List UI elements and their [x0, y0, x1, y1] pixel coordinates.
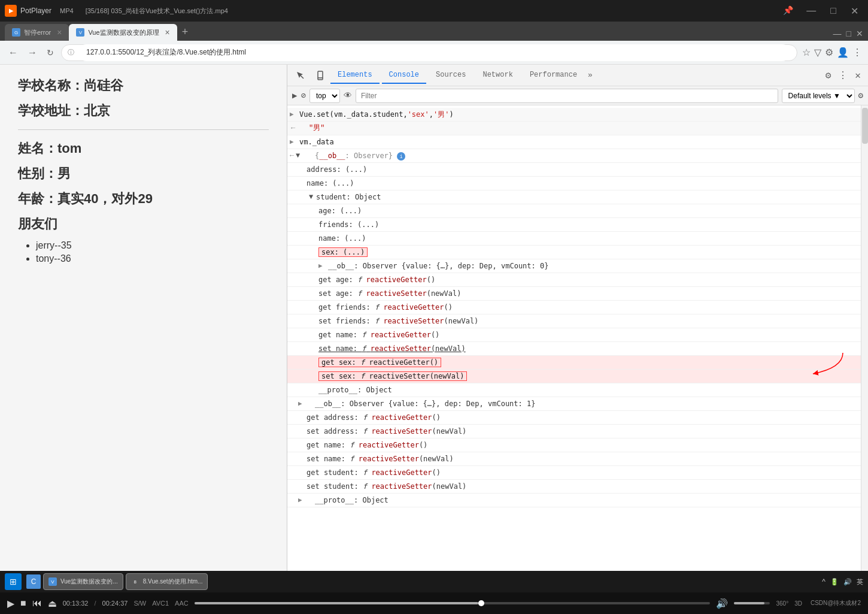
- context-select[interactable]: top: [309, 89, 340, 103]
- left-arrow: ←: [291, 123, 295, 134]
- divider: [18, 129, 269, 130]
- console-line: set name: f reactiveSetter(newVal): [287, 452, 861, 466]
- tray-lang[interactable]: 英: [857, 577, 863, 586]
- start-button[interactable]: ⊞: [5, 573, 22, 590]
- tab-console[interactable]: Console: [382, 67, 426, 84]
- console-run-btn[interactable]: ▶: [292, 90, 297, 101]
- console-line: get name: f reactiveGetter(): [287, 328, 861, 342]
- expand-arrow[interactable]: ▼: [296, 150, 300, 161]
- line-text: set sex: f reactiveSetter(newVal): [318, 371, 467, 382]
- expand-arrow[interactable]: ▼: [309, 192, 313, 202]
- console-clear-btn[interactable]: ⊘: [301, 90, 305, 101]
- console-line: set friends: f reactiveSetter(newVal): [287, 314, 861, 328]
- expand-icon[interactable]: ▶: [318, 261, 323, 271]
- console-line: set student: f reactiveSetter(newVal): [287, 480, 861, 494]
- scrollbar-thumb[interactable]: [862, 108, 868, 144]
- person-icon[interactable]: 👤: [837, 47, 849, 58]
- filter-input[interactable]: [356, 89, 778, 103]
- tray-battery-icon[interactable]: 🔋: [830, 578, 839, 586]
- devtools-more-icon[interactable]: ⋮: [836, 67, 850, 84]
- puzzle-icon[interactable]: ⚙: [825, 47, 833, 58]
- console-line-set-sex: set sex: f reactiveSetter(newVal): [287, 370, 861, 383]
- taskbar-chrome-icon[interactable]: C: [26, 574, 41, 589]
- reload-btn[interactable]: ↻: [44, 46, 56, 60]
- inspect-icon[interactable]: [292, 67, 309, 84]
- line-text: vm._data: [299, 137, 334, 147]
- line-text: address: (...): [306, 164, 367, 175]
- line-text: get name: f reactiveGetter(): [306, 440, 427, 450]
- console-toolbar: ▶ ⊘ top 👁 Default levels ▼ ⚙: [287, 86, 868, 105]
- tab-performance[interactable]: Performance: [523, 67, 584, 84]
- forward-btn[interactable]: →: [25, 45, 40, 61]
- restore-btn[interactable]: □: [825, 4, 841, 18]
- volume-icon[interactable]: 🔊: [716, 598, 728, 609]
- devtools-close-btn[interactable]: ✕: [852, 67, 863, 84]
- console-line: ▶ __ob__: Observer {value: {…}, dep: Dep…: [287, 259, 861, 273]
- eye-icon[interactable]: 👁: [344, 91, 352, 101]
- devtools-settings-icon[interactable]: ⚙: [823, 67, 834, 84]
- more-tabs-btn[interactable]: »: [588, 71, 593, 80]
- browser-restore[interactable]: □: [846, 29, 851, 38]
- line-text: __ob__: Observer {value: {…}, dep: Dep, …: [306, 398, 535, 409]
- close-btn[interactable]: ✕: [846, 4, 863, 18]
- prev-icon[interactable]: ⏮: [32, 598, 42, 609]
- sex-getter-setter-group: get sex: f reactiveGetter() set sex: f r…: [287, 356, 861, 383]
- pin-icon[interactable]: 📌: [779, 4, 797, 18]
- media-progress-bar[interactable]: [195, 602, 711, 604]
- tab2-close[interactable]: ×: [165, 28, 170, 37]
- level-select[interactable]: Default levels ▼: [782, 89, 855, 103]
- address-input[interactable]: [78, 44, 791, 61]
- expand-icon[interactable]: ▶: [290, 109, 294, 120]
- media-progress-thumb[interactable]: [478, 600, 484, 606]
- line-text: age: (...): [318, 205, 362, 216]
- stop-icon[interactable]: ■: [20, 598, 26, 609]
- expand-icon[interactable]: ▶: [290, 137, 294, 147]
- console-line: name: (...): [287, 177, 861, 190]
- tab-1[interactable]: G 智停error ×: [5, 24, 69, 41]
- expand-icon[interactable]: ▶: [298, 495, 302, 506]
- address-field-container[interactable]: ⓘ: [61, 44, 797, 61]
- mobile-icon[interactable]: [311, 67, 328, 84]
- tray-volume-icon[interactable]: 🔊: [843, 578, 852, 586]
- line-text: __proto__: Object: [318, 385, 392, 395]
- line-text: get age: f reactiveGetter(): [318, 274, 435, 285]
- taskbar-item-2[interactable]: 8 8.Vue.set的使用.htm...: [126, 573, 208, 590]
- tab-2[interactable]: V Vue监测数据改变的原理 ×: [69, 24, 177, 41]
- bookmark-icon[interactable]: ☆: [802, 47, 811, 58]
- taskbar-item-1[interactable]: V Vue监测数据改变的...: [43, 573, 123, 590]
- console-line: set address: f reactiveSetter(newVal): [287, 425, 861, 438]
- console-scrollbar[interactable]: [861, 105, 868, 571]
- age-field: 年龄：真实40，对外29: [18, 190, 269, 208]
- codec-sw: S/W: [133, 600, 146, 607]
- tab-sources[interactable]: Sources: [429, 67, 473, 84]
- console-output: ▶ Vue.set(vm._data.student,'sex','男') ← …: [287, 105, 861, 571]
- console-line: ▶ __proto__: Object: [287, 494, 861, 507]
- expand-icon[interactable]: ▶: [298, 398, 302, 409]
- browser-min[interactable]: —: [833, 29, 842, 38]
- volume-bar[interactable]: [734, 602, 770, 604]
- back-btn[interactable]: ←: [6, 45, 20, 61]
- new-tab-btn[interactable]: +: [177, 26, 193, 38]
- browser-close[interactable]: ✕: [856, 29, 863, 38]
- watermark-logo: CSDN@待木成材2: [811, 599, 861, 607]
- codec-avc1: AVC1: [152, 600, 169, 607]
- taskbar-item2-icon: 8: [131, 577, 139, 586]
- friends-title: 朋友们: [18, 215, 269, 233]
- 3d-label: 3D: [794, 600, 802, 607]
- codec-aac: AAC: [175, 600, 189, 607]
- tab-elements[interactable]: Elements: [330, 67, 380, 84]
- chrome-letter: C: [31, 577, 37, 586]
- open-icon[interactable]: ⏏: [48, 598, 57, 609]
- minimize-btn[interactable]: —: [802, 4, 821, 18]
- address-bar: ← → ↻ ⓘ ☆ ▽ ⚙ 👤 ⋮: [0, 41, 868, 65]
- tab1-close[interactable]: ×: [57, 28, 62, 37]
- shield-icon[interactable]: ▽: [814, 47, 821, 58]
- play-icon[interactable]: ▶: [7, 598, 14, 609]
- tray-network-icon[interactable]: ^: [822, 577, 825, 586]
- info-icon[interactable]: i: [397, 152, 405, 161]
- line-text: get sex: f reactiveGetter(): [318, 357, 441, 368]
- console-settings-icon[interactable]: ⚙: [858, 90, 863, 101]
- media-progress-fill: [195, 602, 478, 604]
- tab-network[interactable]: Network: [475, 67, 520, 84]
- menu-icon[interactable]: ⋮: [852, 47, 862, 58]
